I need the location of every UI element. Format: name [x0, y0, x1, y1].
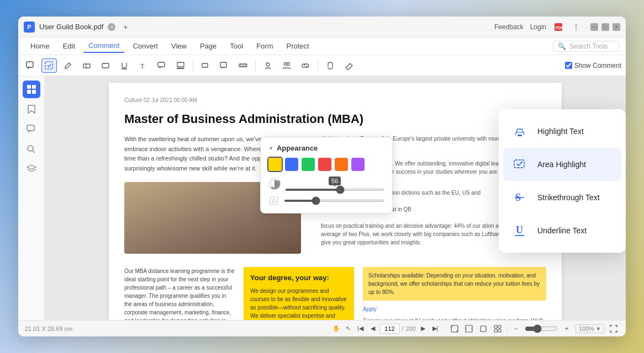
- color-swatch-red[interactable]: [318, 158, 331, 171]
- fullscreen-btn[interactable]: [608, 323, 619, 334]
- svg-text:PDF: PDF: [556, 26, 563, 30]
- color-swatch-blue[interactable]: [285, 158, 298, 171]
- pencil-btn[interactable]: [60, 58, 76, 73]
- color-swatch-green[interactable]: [302, 158, 315, 171]
- sidebar-icon-comment[interactable]: [23, 120, 40, 138]
- pdf-date: Culture 02 Jul 2021 06:00 AM: [124, 96, 546, 104]
- page-input[interactable]: [380, 324, 400, 334]
- blur-slider[interactable]: [284, 200, 384, 202]
- area-highlight-label: Area Highlight: [537, 160, 586, 169]
- menu-bar: Home Edit Comment Convert View Page Tool…: [18, 38, 626, 55]
- separator-1: [193, 60, 193, 71]
- svg-rect-11: [177, 68, 184, 69]
- search-placeholder: Search Tools: [569, 42, 608, 50]
- color-swatch-purple[interactable]: [351, 158, 365, 171]
- more-options-button[interactable]: ⋮: [571, 22, 582, 33]
- feedback-button[interactable]: Feedback: [494, 23, 524, 31]
- svg-rect-42: [498, 325, 501, 328]
- stamp-btn[interactable]: [173, 58, 188, 73]
- yellow-box-title: Your degree, your way:: [250, 272, 347, 284]
- opacity-icon[interactable]: [268, 178, 281, 190]
- nav-prev-btn[interactable]: ◀: [368, 324, 378, 334]
- opacity-row: 56: [268, 176, 384, 191]
- rect-btn[interactable]: [98, 58, 113, 73]
- menu-protect[interactable]: Protect: [281, 40, 315, 52]
- pdf-icon-button[interactable]: PDF: [553, 22, 564, 33]
- pdf-lower-left-text: Our MBA distance learning programme is t…: [124, 267, 235, 320]
- nav-cursor-btn[interactable]: ↖: [344, 324, 353, 334]
- svg-rect-44: [498, 329, 501, 332]
- yellow-box-text: We design our programmes and courses to …: [250, 287, 347, 320]
- measure-btn[interactable]: [235, 58, 251, 73]
- nav-first-btn[interactable]: |◀: [356, 324, 366, 334]
- underline-btn[interactable]: [117, 58, 132, 73]
- strikethrough-label: Strikethrough Text: [537, 193, 600, 202]
- underline-icon: U: [510, 221, 530, 240]
- menu-convert[interactable]: Convert: [127, 40, 163, 52]
- menu-form[interactable]: Form: [251, 40, 278, 52]
- thumbnail-view-btn[interactable]: [492, 323, 503, 334]
- sidebar-icon-layers[interactable]: [23, 160, 40, 178]
- dropdown-strikethrough[interactable]: S Strikethrough Text: [503, 181, 621, 214]
- close-tab-button[interactable]: ×: [108, 23, 115, 31]
- comment-tool-btn[interactable]: [23, 58, 38, 73]
- edit-btn[interactable]: [341, 58, 357, 73]
- svg-rect-21: [27, 85, 31, 89]
- group-user-btn[interactable]: [279, 58, 294, 73]
- dropdown-underline[interactable]: U Underline Text: [503, 214, 621, 247]
- add-tab-button[interactable]: +: [120, 22, 131, 33]
- fit-width-btn[interactable]: [463, 323, 474, 334]
- zoom-in-btn[interactable]: +: [561, 323, 572, 334]
- opacity-badge: 56: [329, 176, 341, 185]
- menu-edit[interactable]: Edit: [57, 40, 81, 52]
- rotate-btn[interactable]: [478, 323, 489, 334]
- blur-row: [268, 195, 384, 206]
- close-window-button[interactable]: ×: [613, 23, 620, 31]
- comment-box-btn[interactable]: [217, 58, 232, 73]
- zoom-value: 100%: [579, 325, 594, 332]
- dropdown-area-highlight[interactable]: Area Highlight: [503, 148, 621, 181]
- color-swatch-yellow[interactable]: [268, 158, 282, 171]
- signature-btn[interactable]: [260, 58, 276, 73]
- svg-rect-32: [518, 135, 522, 136]
- menu-tool[interactable]: Tool: [224, 40, 249, 52]
- sidebar-icon-bookmark[interactable]: [23, 100, 40, 118]
- filename-label: User Guild Book.pdf: [39, 23, 103, 31]
- shape-btn[interactable]: [198, 58, 213, 73]
- menu-page[interactable]: Page: [194, 40, 222, 52]
- blur-icon: [268, 195, 279, 206]
- sidebar-icon-panels[interactable]: [23, 81, 40, 98]
- zoom-out-btn[interactable]: −: [510, 323, 521, 334]
- minimize-button[interactable]: —: [590, 23, 598, 31]
- maximize-button[interactable]: □: [601, 23, 609, 31]
- dropdown-highlight-text[interactable]: Highlight Text: [503, 115, 621, 148]
- callout-btn[interactable]: [154, 58, 170, 73]
- menu-view[interactable]: View: [166, 40, 192, 52]
- title-bar-right: Feedback Login PDF ⋮ — □ ×: [494, 22, 620, 33]
- pdf-secure: Secure your place at IU easily and witho…: [363, 317, 546, 320]
- link-btn[interactable]: [298, 58, 313, 73]
- menu-home[interactable]: Home: [25, 40, 55, 52]
- fit-page-btn[interactable]: [449, 323, 460, 334]
- attachment-btn[interactable]: [323, 58, 338, 73]
- nav-next-btn[interactable]: ▶: [418, 324, 428, 334]
- zoom-value-select[interactable]: 100% ▼: [576, 324, 605, 333]
- toolbar: T: [18, 55, 626, 76]
- highlight-area-btn[interactable]: [41, 58, 57, 73]
- nav-last-btn[interactable]: ▶|: [430, 324, 440, 334]
- menu-comment[interactable]: Comment: [83, 39, 125, 53]
- opacity-slider[interactable]: [285, 189, 384, 191]
- underline-label: Underline Text: [537, 226, 587, 235]
- login-button[interactable]: Login: [530, 23, 546, 31]
- text-btn[interactable]: T: [135, 58, 151, 73]
- color-swatch-orange[interactable]: [335, 158, 348, 171]
- sidebar-icon-search[interactable]: [23, 140, 40, 158]
- show-comment-checkbox[interactable]: [565, 62, 572, 69]
- search-tools-input[interactable]: 🔍 Search Tools: [553, 41, 619, 52]
- separator-3: [318, 60, 318, 71]
- eraser-btn[interactable]: [79, 58, 94, 73]
- zoom-slider[interactable]: [525, 324, 558, 333]
- svg-rect-25: [27, 125, 34, 131]
- nav-hand-btn[interactable]: ✋: [331, 324, 341, 334]
- svg-rect-3: [45, 62, 52, 69]
